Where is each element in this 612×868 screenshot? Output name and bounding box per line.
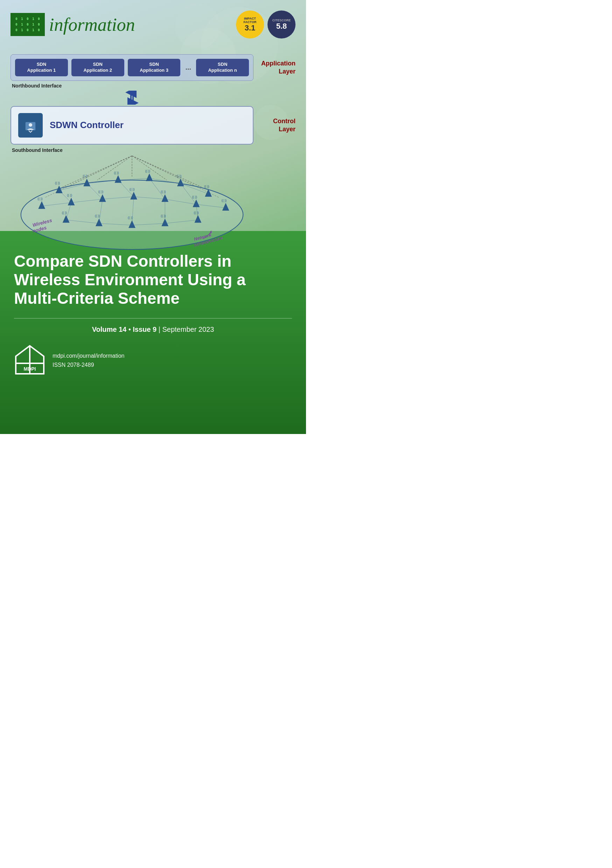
sdn-app-1: SDNApplication 1 bbox=[15, 59, 68, 76]
controller-text: SDWN Controller bbox=[50, 120, 124, 130]
svg-text:((·)): ((·)) bbox=[194, 211, 199, 214]
binary-cell: 0 bbox=[14, 28, 19, 33]
svg-text:((·)): ((·)) bbox=[114, 171, 119, 174]
impact-factor-value: 3.1 bbox=[245, 24, 256, 32]
binary-cell: 1 bbox=[20, 17, 25, 21]
control-layer-box: SDWN Controller bbox=[11, 106, 253, 144]
date: September 2023 bbox=[162, 326, 214, 333]
issn: ISSN 2078-2489 bbox=[53, 361, 124, 370]
impact-factor-label: IMPACT FACTOR bbox=[244, 17, 256, 24]
volume: Volume 14 bbox=[92, 326, 127, 333]
page: 0 1 0 1 0 0 1 0 1 0 0 1 0 1 0 informatio… bbox=[0, 0, 306, 434]
northbound-arrow bbox=[11, 91, 253, 105]
website: mdpi.com/journal/information bbox=[53, 352, 124, 361]
volume-info: Volume 14 • Issue 9 | September 2023 bbox=[14, 326, 292, 333]
article-title: Compare SDN Controllers in Wireless Envi… bbox=[14, 252, 292, 308]
data-layer-label: DataLayer bbox=[295, 185, 306, 202]
svg-text:((·)): ((·)) bbox=[82, 174, 87, 178]
badges-area: IMPACT FACTOR 3.1 CITESCORE 5.8 bbox=[236, 11, 295, 39]
sdn-app-n: SDNApplication n bbox=[196, 59, 249, 76]
bullet-1: • bbox=[129, 326, 133, 333]
control-layer-wrapper: SDWN Controller ControlLayer bbox=[11, 106, 295, 144]
svg-text:((·)): ((·)) bbox=[204, 185, 209, 188]
svg-marker-22 bbox=[177, 178, 184, 186]
mdpi-logo: MDPI bbox=[14, 344, 45, 377]
svg-text:((·)): ((·)) bbox=[129, 188, 134, 191]
binary-cell: 0 bbox=[14, 17, 19, 21]
app-layer-container: SDNApplication 1 SDNApplication 2 SDNApp… bbox=[11, 54, 295, 81]
binary-cell: 0 bbox=[25, 17, 30, 21]
svg-line-7 bbox=[97, 156, 132, 180]
header: 0 1 0 1 0 0 1 0 1 0 0 1 0 1 0 informatio… bbox=[0, 7, 306, 42]
northbound-label: Northbound Interface bbox=[11, 83, 295, 88]
binary-cell: 1 bbox=[31, 28, 36, 33]
citescore-value: 5.8 bbox=[276, 22, 287, 30]
binary-cell: 0 bbox=[36, 17, 41, 21]
pipe: | bbox=[158, 326, 162, 333]
data-layer-container: ((·)) ((·)) ((·)) ((·)) bbox=[11, 156, 295, 254]
sdn-app-3: SDNApplication 3 bbox=[128, 59, 181, 76]
svg-text:((·)): ((·)) bbox=[37, 197, 42, 200]
binary-cell: 1 bbox=[20, 28, 25, 33]
citescore-badge: CITESCORE 5.8 bbox=[267, 11, 295, 39]
binary-cell: 1 bbox=[31, 22, 36, 27]
svg-point-5 bbox=[29, 123, 32, 127]
svg-marker-20 bbox=[146, 173, 153, 181]
footer-text-area: mdpi.com/journal/information ISSN 2078-2… bbox=[53, 352, 124, 369]
diagram-area: SDNApplication 1 SDNApplication 2 SDNApp… bbox=[11, 54, 295, 254]
bottom-section: Compare SDN Controllers in Wireless Envi… bbox=[0, 238, 306, 434]
journal-title: information bbox=[49, 14, 135, 35]
binary-cell: 1 bbox=[31, 17, 36, 21]
svg-text:((·)): ((·)) bbox=[161, 190, 166, 194]
sdn-app-2: SDNApplication 2 bbox=[71, 59, 124, 76]
svg-text:((·)): ((·)) bbox=[128, 216, 133, 219]
svg-text:((·)): ((·)) bbox=[192, 195, 197, 199]
svg-text:((·)): ((·)) bbox=[95, 214, 100, 218]
svg-text:((·)): ((·)) bbox=[55, 181, 60, 185]
binary-cell: 0 bbox=[36, 22, 41, 27]
binary-cell: 0 bbox=[36, 28, 41, 33]
southbound-label: Southbound Interface bbox=[11, 147, 295, 153]
svg-marker-18 bbox=[115, 175, 121, 183]
data-layer-ellipse: ((·)) ((·)) ((·)) ((·)) bbox=[11, 156, 253, 254]
svg-text:((·)): ((·)) bbox=[222, 199, 227, 202]
app-layer-label: ApplicationLayer bbox=[257, 59, 295, 76]
svg-text:((·)): ((·)) bbox=[145, 169, 150, 172]
app-layer-box: SDNApplication 1 SDNApplication 2 SDNApp… bbox=[11, 54, 253, 81]
binary-cell: 1 bbox=[20, 22, 25, 27]
impact-factor-badge: IMPACT FACTOR 3.1 bbox=[236, 11, 264, 39]
svg-text:((·)): ((·)) bbox=[67, 194, 72, 197]
controller-icon bbox=[18, 113, 43, 138]
binary-cell: 0 bbox=[14, 22, 19, 27]
binary-grid: 0 1 0 1 0 0 1 0 1 0 0 1 0 1 0 bbox=[11, 13, 45, 36]
issue: Issue 9 bbox=[133, 326, 157, 333]
control-layer-label: ControlLayer bbox=[257, 117, 295, 133]
svg-text:MDPI: MDPI bbox=[24, 366, 36, 372]
dots-separator: ... bbox=[184, 64, 193, 71]
binary-cell: 0 bbox=[25, 22, 30, 27]
svg-text:((·)): ((·)) bbox=[62, 211, 67, 214]
svg-text:((·)): ((·)) bbox=[177, 174, 181, 178]
footer-area: MDPI mdpi.com/journal/information ISSN 2… bbox=[14, 344, 292, 377]
binary-cell: 0 bbox=[25, 28, 30, 33]
svg-text:((·)): ((·)) bbox=[98, 190, 103, 194]
logo-area: 0 1 0 1 0 0 1 0 1 0 0 1 0 1 0 informatio… bbox=[11, 13, 135, 36]
